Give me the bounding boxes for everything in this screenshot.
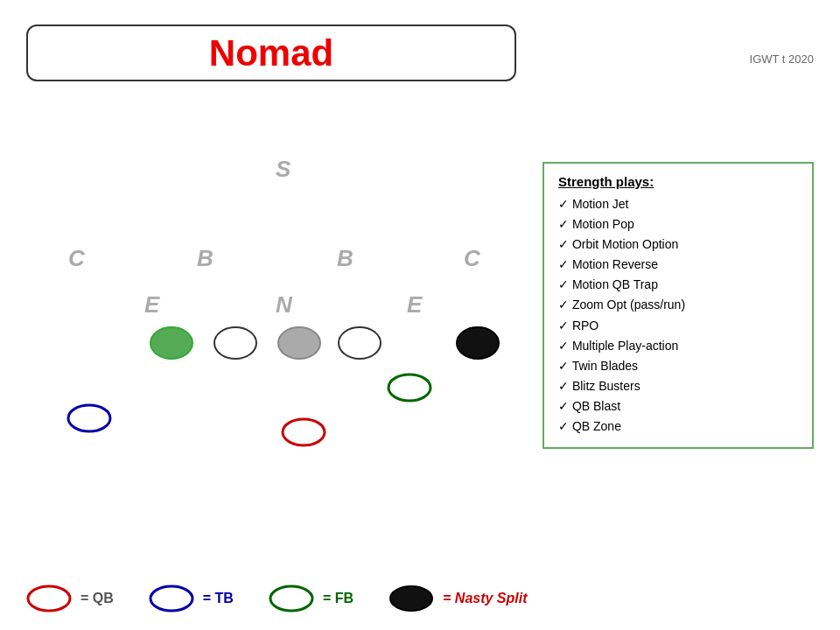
svg-point-4 [457,327,499,359]
strength-play-item: Orbit Motion Option [558,234,798,255]
pos-S: S [276,156,290,183]
legend: = QB = TB = FB = Nasty Split [26,583,814,614]
legend-ns-label: = Nasty Split [443,591,527,606]
svg-point-8 [28,586,70,611]
strength-play-item: Motion QB Trap [558,275,798,295]
title-box: Nomad [26,24,516,81]
strength-play-item: Zoom Opt (pass/run) [558,295,798,315]
player-oval-black [455,326,500,360]
legend-ns-icon [388,583,434,614]
player-oval-white-2 [337,326,382,360]
svg-point-10 [270,586,312,611]
legend-ns: = Nasty Split [388,583,527,614]
legend-tb-icon [149,583,194,614]
pos-C-left: C [68,245,85,272]
legend-qb-icon [26,583,72,614]
player-oval-qb [281,416,326,448]
copyright: IGWT t 2020 [750,52,814,66]
strength-play-item: Motion Reverse [558,255,798,275]
strength-play-item: Blitz Busters [558,376,798,396]
legend-fb-icon [269,583,314,614]
strength-play-item: Twin Blades [558,356,798,376]
legend-qb: = QB [26,583,114,614]
svg-point-5 [388,374,430,401]
strength-play-item: Motion Pop [558,214,798,234]
player-oval-white-1 [213,326,258,360]
svg-point-3 [339,327,381,359]
strength-play-item: QB Blast [558,396,798,416]
pos-N: N [276,291,292,318]
player-oval-tb [66,402,112,434]
legend-fb-label: = FB [323,591,354,606]
svg-point-2 [278,327,320,359]
pos-B-left: B [197,245,214,272]
strength-plays-heading: Strength plays: [558,174,798,189]
svg-point-11 [390,586,432,611]
player-oval-fb [387,372,432,403]
svg-point-1 [214,327,256,359]
svg-point-9 [150,586,192,611]
strength-plays-list: Motion JetMotion PopOrbit Motion OptionM… [558,194,798,437]
player-oval-gray [276,326,322,360]
svg-point-7 [68,405,110,431]
player-oval-green [149,326,194,360]
pos-E-left: E [144,291,159,318]
strength-play-item: QB Zone [558,416,798,437]
pos-E-right: E [407,291,422,318]
pos-C-right: C [464,245,480,272]
football-field: S C B B C E N E [26,122,534,578]
strength-play-item: Multiple Play-action [558,336,798,356]
page-title: Nomad [209,32,333,74]
strength-play-item: Motion Jet [558,194,798,214]
strength-plays-box: Strength plays: Motion JetMotion PopOrbi… [542,162,814,449]
pos-B-right: B [337,245,354,272]
legend-tb-label: = TB [203,591,234,606]
legend-tb: = TB [149,583,234,614]
legend-qb-label: = QB [80,591,114,606]
legend-fb: = FB [269,583,354,614]
strength-play-item: RPO [558,316,798,336]
svg-point-6 [283,419,325,445]
svg-point-0 [150,327,192,359]
